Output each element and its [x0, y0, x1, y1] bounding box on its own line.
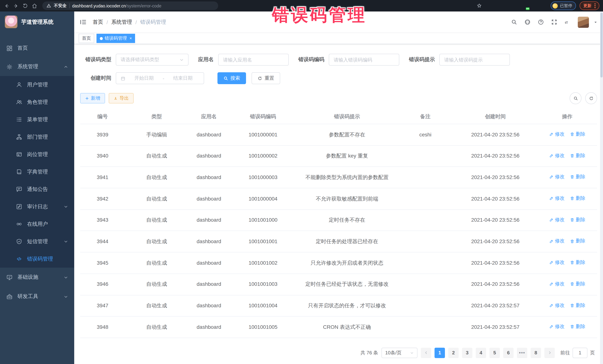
cell-code: 1001001004: [230, 295, 297, 316]
sidebar-logo-row[interactable]: 芋道管理系统: [0, 11, 74, 32]
browser-home-icon[interactable]: [32, 3, 37, 9]
export-button[interactable]: 导出: [109, 93, 134, 103]
ext-dark-on-icon[interactable]: on: [523, 3, 528, 9]
edit-link[interactable]: 修改: [549, 174, 565, 180]
delete-link[interactable]: 删除: [570, 131, 585, 138]
refresh-table-button[interactable]: [585, 92, 597, 104]
delete-link[interactable]: 删除: [570, 152, 585, 159]
select-错误码类型[interactable]: 请选择错误码类型: [116, 54, 188, 66]
delete-link[interactable]: 删除: [570, 281, 585, 287]
sidebar-item-在线用户[interactable]: 在线用户: [0, 215, 74, 233]
browser-reload-icon[interactable]: [22, 3, 28, 9]
edit-link[interactable]: 修改: [549, 217, 565, 223]
ext-orange-ring-icon[interactable]: [486, 3, 491, 9]
sidebar-item-研发工具[interactable]: 研发工具: [0, 287, 74, 306]
page-button-5[interactable]: 5: [489, 348, 500, 358]
sidebar-item-字典管理[interactable]: 字典管理: [0, 163, 74, 180]
sidebar-item-岗位管理[interactable]: 岗位管理: [0, 146, 74, 163]
address-bar[interactable]: 不安全 dashboard.yudao.iocoder.cn/system/er…: [42, 1, 218, 10]
page-scrollbar[interactable]: [600, 11, 603, 364]
tag-错误码管理[interactable]: 错误码管理×: [96, 34, 135, 43]
edit-link[interactable]: 修改: [549, 131, 565, 138]
search-button[interactable]: 搜索: [218, 72, 246, 84]
delete-link[interactable]: 删除: [570, 302, 585, 309]
edit-link[interactable]: 修改: [549, 281, 565, 287]
add-button[interactable]: 新增: [80, 93, 105, 103]
url-path: /system/error-code: [126, 3, 162, 8]
edit-link[interactable]: 修改: [549, 195, 565, 202]
ext-green-v-icon[interactable]: [504, 3, 510, 9]
sidebar-item-用户管理[interactable]: 用户管理: [0, 76, 74, 93]
delete-link[interactable]: 删除: [570, 259, 585, 266]
edit-link[interactable]: 修改: [549, 302, 565, 309]
ext-blue-gem-icon[interactable]: [495, 3, 500, 9]
page-button-1[interactable]: 1: [435, 348, 445, 358]
goto-page-input[interactable]: [573, 348, 587, 358]
page-button-2[interactable]: 2: [448, 348, 459, 358]
page-button-4[interactable]: 4: [476, 348, 486, 358]
prev-page-button[interactable]: [421, 348, 431, 358]
breadcrumb-item-首页[interactable]: 首页: [93, 19, 103, 25]
ext-puzzle-icon[interactable]: [541, 3, 547, 9]
sidebar-item-系统管理[interactable]: 系统管理: [0, 57, 74, 76]
cell-id: 3947: [80, 295, 125, 316]
sidebar-item-错误码管理[interactable]: 错误码管理: [0, 250, 74, 268]
github-icon[interactable]: [524, 19, 531, 25]
help-question-icon[interactable]: [538, 19, 544, 25]
delete-link[interactable]: 删除: [570, 195, 585, 202]
toggle-search-button[interactable]: [570, 92, 581, 104]
calendar-icon: [121, 76, 126, 81]
sidebar-item-菜单管理[interactable]: 菜单管理: [0, 111, 74, 128]
cell-code: 1001001001: [230, 231, 297, 252]
date-range-picker[interactable]: 开始日期 - 结束日期: [116, 72, 204, 84]
bookmark-star-icon[interactable]: [476, 3, 482, 9]
font-size-icon[interactable]: tT: [564, 19, 571, 25]
input-应用名[interactable]: [218, 54, 289, 66]
browser-forward-icon[interactable]: [13, 3, 19, 9]
search-icon[interactable]: [511, 19, 517, 25]
sidebar-item-首页[interactable]: 首页: [0, 39, 74, 57]
delete-link[interactable]: 删除: [570, 238, 585, 244]
page-button-8[interactable]: 8: [531, 348, 541, 358]
user-avatar[interactable]: [578, 16, 589, 28]
user-icon: [16, 82, 22, 88]
next-page-button[interactable]: [544, 348, 555, 358]
edit-link[interactable]: 修改: [549, 259, 565, 266]
delete-link[interactable]: 删除: [570, 323, 585, 330]
input-错误码编码[interactable]: [329, 54, 399, 66]
page-button-3[interactable]: 3: [462, 348, 472, 358]
more-pages-button[interactable]: •••: [517, 348, 527, 358]
page-button-6[interactable]: 6: [503, 348, 514, 358]
profile-paused-pill[interactable]: 已暂停: [551, 1, 576, 10]
caret-down-icon[interactable]: [594, 20, 597, 24]
tag-close-icon[interactable]: ×: [129, 36, 132, 40]
ext-grid-cyan-icon[interactable]: [514, 3, 519, 9]
page-size-select[interactable]: 10条/页: [382, 348, 417, 358]
table-row-3945: 3945自动生成dashboard1001001002只允许修改为开启或者关闭状…: [80, 252, 597, 274]
edit-link[interactable]: 修改: [549, 238, 565, 244]
input-错误码提示[interactable]: [439, 54, 510, 66]
sidebar-item-短信管理[interactable]: 短信管理: [0, 233, 74, 250]
edit-link[interactable]: 修改: [549, 152, 565, 159]
cell-app: dashboard: [188, 252, 229, 274]
cell-remark: [397, 231, 453, 252]
edit-link[interactable]: 修改: [549, 323, 565, 330]
sidebar-item-基础设施[interactable]: 基础设施: [0, 268, 74, 287]
sidebar-item-角色管理[interactable]: 角色管理: [0, 93, 74, 111]
sidebar-collapse-icon[interactable]: [80, 19, 87, 26]
scrollbar-thumb[interactable]: [600, 13, 603, 77]
chevron-down-icon: [64, 240, 68, 243]
browser-back-icon[interactable]: [4, 3, 10, 9]
browser-menu-icon[interactable]: [594, 3, 596, 8]
reset-button[interactable]: 重置: [252, 72, 280, 84]
ext-green-key-icon[interactable]: [532, 3, 538, 9]
sidebar-item-审计日志[interactable]: 审计日志: [0, 198, 74, 215]
delete-link[interactable]: 删除: [570, 217, 585, 223]
delete-link[interactable]: 删除: [570, 174, 585, 180]
sidebar-item-部门管理[interactable]: 部门管理: [0, 128, 74, 146]
browser-update-button[interactable]: 更新: [580, 1, 599, 10]
fullscreen-icon[interactable]: [551, 19, 557, 25]
breadcrumb-item-系统管理[interactable]: 系统管理: [111, 19, 132, 25]
sidebar-item-通知公告[interactable]: 通知公告: [0, 180, 74, 198]
tag-首页[interactable]: 首页: [79, 34, 94, 43]
